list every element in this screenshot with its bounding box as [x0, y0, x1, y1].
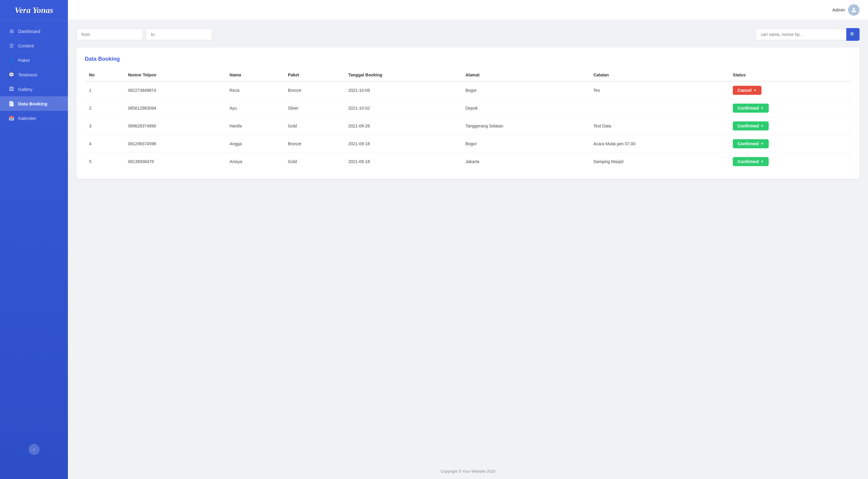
row-no: 1 [85, 81, 124, 99]
chevron-down-icon: ▼ [761, 106, 764, 110]
filter-bar: 🔍 [76, 28, 860, 41]
row-alamat: Bogor [461, 135, 589, 153]
table-card: Data Booking NoNomor TelponNamaPaketTang… [76, 48, 860, 179]
row-phone: 081298374598 [124, 135, 225, 153]
row-paket: Silver [284, 99, 344, 117]
footer: Copyright © Your Website 2020 [68, 463, 868, 479]
row-status: Confirmed ▼ [728, 153, 851, 171]
status-button-confirmed[interactable]: Confirmed ▼ [733, 157, 769, 166]
gallery-icon: 🖼 [8, 86, 14, 92]
testimoni-icon: 💬 [8, 71, 14, 78]
row-no: 5 [85, 153, 124, 171]
row-paket: Bronze [284, 81, 344, 99]
col-header-alamat: Alamat [461, 69, 589, 81]
sidebar-item-label: Testimoni [18, 72, 37, 77]
col-header-paket: Paket [284, 69, 344, 81]
chevron-down-icon: ▼ [761, 160, 764, 163]
row-catatan: Samping Masjid [589, 153, 728, 171]
row-date: 2021-10-09 [344, 81, 461, 99]
row-date: 2021-09-18 [344, 153, 461, 171]
row-name: Angga [225, 135, 284, 153]
row-date: 2021-09-26 [344, 117, 461, 135]
row-status: Cancel ▼ [728, 81, 851, 99]
sidebar-item-dashboard[interactable]: ⊞ Dashboard [0, 24, 68, 38]
sidebar-item-content[interactable]: ☰ Content [0, 38, 68, 53]
row-name: Hanifa [225, 117, 284, 135]
col-header-nama: Nama [225, 69, 284, 81]
table-title: Data Booking [85, 56, 851, 62]
row-paket: Bronze [284, 135, 344, 153]
row-phone: 082273849874 [124, 81, 225, 99]
booking-table: NoNomor TelponNamaPaketTanggal BookingAl… [85, 69, 851, 170]
search-icon: 🔍 [850, 32, 856, 37]
col-header-nomor-telpon: Nomor Telpon [124, 69, 225, 81]
status-button-cancel[interactable]: Cancel ▼ [733, 86, 762, 95]
row-alamat: Tanggerang Selatan [461, 117, 589, 135]
sidebar-logo: Vera Yonas [0, 0, 68, 21]
content-icon: ☰ [8, 42, 14, 49]
nav-menu: ⊞ Dashboard ☰ Content 👤 Paket 💬 Testimon… [0, 24, 68, 125]
header: Admin [68, 0, 868, 20]
sidebar-item-label: Content [18, 43, 34, 48]
data-booking-icon: 📄 [8, 100, 14, 107]
row-catatan [589, 99, 728, 117]
col-header-catatan: Catatan [589, 69, 728, 81]
sidebar-item-label: Gallery [18, 87, 33, 92]
col-header-status: Status [728, 69, 851, 81]
search-button[interactable]: 🔍 [846, 28, 860, 41]
row-phone: 08138938478 [124, 153, 225, 171]
admin-section: Admin [832, 4, 860, 16]
row-status: Confirmed ▼ [728, 99, 851, 117]
row-date: 2021-09-18 [344, 135, 461, 153]
table-row: 2085612983094AyuSilver2021-10-02DepokCon… [85, 99, 851, 117]
logo-text: Vera Yonas [15, 5, 54, 15]
main-content: Admin 🔍 Data Booking NoNomor TelponNa [68, 0, 868, 479]
avatar [848, 4, 860, 16]
row-phone: 085612983094 [124, 99, 225, 117]
chevron-down-icon: ▼ [753, 89, 756, 92]
row-name: Ayu [225, 99, 284, 117]
chevron-down-icon: ▼ [761, 124, 764, 128]
sidebar: Vera Yonas ⊞ Dashboard ☰ Content 👤 Paket… [0, 0, 68, 479]
chevron-down-icon: ▼ [761, 142, 764, 146]
sidebar-collapse-button[interactable]: ‹ [29, 444, 39, 455]
col-header-tanggal-booking: Tanggal Booking [344, 69, 461, 81]
to-date-input[interactable] [146, 29, 212, 40]
sidebar-item-gallery[interactable]: 🖼 Gallery [0, 82, 68, 96]
sidebar-item-paket[interactable]: 👤 Paket [0, 53, 68, 67]
row-no: 4 [85, 135, 124, 153]
sidebar-item-label: Paket [18, 58, 30, 63]
status-button-confirmed[interactable]: Confirmed ▼ [733, 103, 769, 113]
row-phone: 089628374890 [124, 117, 225, 135]
row-no: 2 [85, 99, 124, 117]
table-row: 3089628374890HanifaGold2021-09-26Tangger… [85, 117, 851, 135]
row-status: Confirmed ▼ [728, 135, 851, 153]
kalender-icon: 📅 [8, 115, 14, 121]
row-paket: Gold [284, 153, 344, 171]
row-alamat: Depok [461, 99, 589, 117]
row-no: 3 [85, 117, 124, 135]
sidebar-item-testimoni[interactable]: 💬 Testimoni [0, 67, 68, 82]
search-group: 🔍 [756, 28, 860, 41]
status-button-confirmed[interactable]: Confirmed ▼ [733, 121, 769, 130]
row-name: Anisya [225, 153, 284, 171]
row-alamat: Jakarta [461, 153, 589, 171]
sidebar-item-data-booking[interactable]: 📄 Data Booking [0, 96, 68, 111]
dashboard-icon: ⊞ [8, 28, 14, 34]
col-header-no: No [85, 69, 124, 81]
from-date-input[interactable] [76, 29, 143, 40]
sidebar-item-label: Kalender [18, 116, 36, 121]
row-paket: Gold [284, 117, 344, 135]
admin-name: Admin [832, 7, 845, 12]
sidebar-item-label: Data Booking [18, 101, 48, 106]
table-body: 1082273849874RezaBronze2021-10-09BogorTe… [85, 81, 851, 170]
content-area: 🔍 Data Booking NoNomor TelponNamaPaketTa… [68, 20, 868, 463]
status-button-confirmed[interactable]: Confirmed ▼ [733, 139, 769, 148]
search-input[interactable] [756, 29, 846, 40]
svg-point-0 [852, 7, 855, 10]
chevron-left-icon: ‹ [33, 447, 35, 452]
table-row: 508138938478AnisyaGold2021-09-18JakartaS… [85, 153, 851, 171]
footer-text: Copyright © Your Website 2020 [441, 469, 495, 474]
row-catatan: Test Data [589, 117, 728, 135]
sidebar-item-kalender[interactable]: 📅 Kalender [0, 111, 68, 125]
